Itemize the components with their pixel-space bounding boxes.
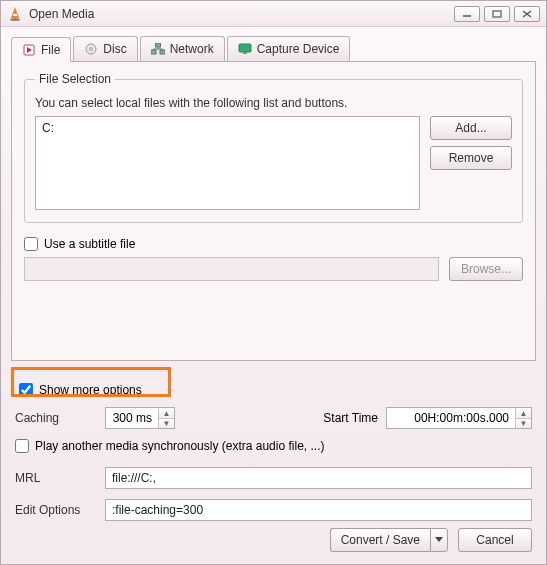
caching-spinner[interactable]: ▲ ▼: [105, 407, 175, 429]
convert-save-splitbutton: Convert / Save: [330, 528, 448, 552]
tab-capture[interactable]: Capture Device: [227, 36, 351, 61]
show-more-options-label: Show more options: [39, 383, 142, 397]
open-media-window: Open Media File: [0, 0, 547, 565]
svg-point-2: [10, 18, 20, 21]
app-icon: [7, 6, 23, 22]
svg-rect-13: [155, 43, 160, 47]
tab-network[interactable]: Network: [140, 36, 225, 61]
spin-down-icon[interactable]: ▼: [516, 418, 531, 428]
svg-marker-0: [11, 7, 19, 18]
file-selection-legend: File Selection: [35, 72, 115, 86]
convert-save-dropdown[interactable]: [430, 528, 448, 552]
use-subtitle-row[interactable]: Use a subtitle file: [24, 237, 523, 251]
svg-marker-20: [435, 537, 443, 542]
mrl-label: MRL: [15, 471, 95, 485]
start-time-spinner[interactable]: ▲ ▼: [386, 407, 532, 429]
tab-label: Disc: [103, 42, 126, 56]
maximize-button[interactable]: [484, 6, 510, 22]
subtitle-path-field: [24, 257, 439, 281]
client-area: File Disc Network Capture Device: [1, 27, 546, 541]
svg-rect-11: [151, 50, 156, 54]
disc-icon: [84, 42, 98, 56]
file-selection-hint: You can select local files with the foll…: [35, 96, 512, 110]
edit-options-label: Edit Options: [15, 503, 95, 517]
play-sync-checkbox[interactable]: [15, 439, 29, 453]
tab-strip: File Disc Network Capture Device: [11, 35, 536, 61]
file-list[interactable]: C:: [35, 116, 420, 210]
use-subtitle-checkbox[interactable]: [24, 237, 38, 251]
minimize-button[interactable]: [454, 6, 480, 22]
tab-panel-file: File Selection You can select local file…: [11, 61, 536, 361]
spin-up-icon[interactable]: ▲: [159, 408, 174, 418]
browse-button: Browse...: [449, 257, 523, 281]
spin-down-icon[interactable]: ▼: [159, 418, 174, 428]
subtitle-block: Use a subtitle file Browse...: [24, 237, 523, 281]
tab-label: File: [41, 43, 60, 57]
file-icon: [22, 43, 36, 57]
convert-save-button[interactable]: Convert / Save: [330, 528, 430, 552]
edit-options-input[interactable]: [105, 499, 532, 521]
window-title: Open Media: [29, 7, 454, 21]
capture-icon: [238, 42, 252, 56]
start-time-value[interactable]: [387, 408, 515, 428]
title-bar: Open Media: [1, 1, 546, 27]
use-subtitle-label: Use a subtitle file: [44, 237, 135, 251]
file-selection-group: File Selection You can select local file…: [24, 72, 523, 223]
window-buttons: [454, 6, 540, 22]
svg-rect-19: [243, 52, 247, 54]
tab-file[interactable]: File: [11, 37, 71, 62]
mrl-input[interactable]: [105, 467, 532, 489]
tab-disc[interactable]: Disc: [73, 36, 137, 61]
close-button[interactable]: [514, 6, 540, 22]
cancel-button[interactable]: Cancel: [458, 528, 532, 552]
add-button[interactable]: Add...: [430, 116, 512, 140]
network-icon: [151, 42, 165, 56]
svg-rect-18: [239, 44, 251, 52]
tab-label: Network: [170, 42, 214, 56]
footer-buttons: Convert / Save Cancel: [330, 528, 532, 552]
start-time-label: Start Time: [323, 411, 378, 425]
file-list-item: C:: [42, 121, 54, 135]
svg-rect-4: [493, 11, 501, 17]
spin-up-icon[interactable]: ▲: [516, 408, 531, 418]
svg-rect-12: [160, 50, 165, 54]
play-sync-row[interactable]: Play another media synchronously (extra …: [15, 439, 532, 453]
svg-rect-1: [13, 14, 17, 16]
caching-value[interactable]: [106, 408, 158, 428]
extra-options: Caching ▲ ▼ Start Time ▲ ▼: [11, 407, 536, 521]
play-sync-label: Play another media synchronously (extra …: [35, 439, 324, 453]
chevron-down-icon: [435, 537, 443, 543]
show-more-options-checkbox[interactable]: [19, 383, 33, 397]
caching-label: Caching: [15, 411, 95, 425]
tab-label: Capture Device: [257, 42, 340, 56]
remove-button[interactable]: Remove: [430, 146, 512, 170]
show-more-options[interactable]: Show more options: [11, 379, 150, 401]
svg-point-10: [90, 48, 93, 51]
